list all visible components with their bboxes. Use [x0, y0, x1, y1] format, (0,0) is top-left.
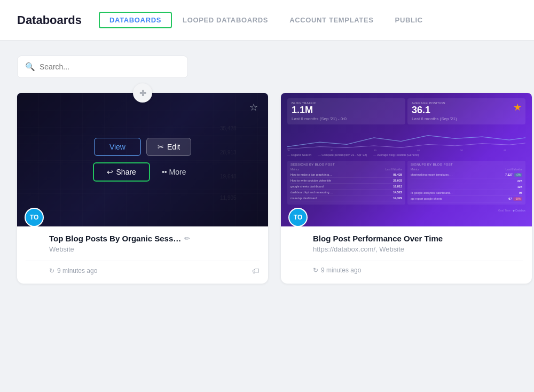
more-button[interactable]: •• More — [155, 162, 193, 182]
card-1-avatar: TO — [25, 208, 44, 226]
signups-label: SIGNUPS BY BLOG POST — [411, 163, 522, 166]
table-row: make kpi dashboard 14,329 — [290, 195, 402, 201]
overlay-share-row: ↩ Share •• More — [93, 162, 193, 182]
card-1-title: Top Blog Posts By Organic Sess… — [49, 234, 181, 243]
card-1-edit-pencil-icon[interactable]: ✏ — [184, 234, 190, 242]
table-row: /a google analytics dashboard helped 500… — [411, 190, 522, 196]
star-button-active[interactable]: ★ — [509, 99, 525, 115]
table-row: dashboard kpi and measuring performance … — [290, 190, 402, 195]
search-bar: 🔍 — [17, 56, 188, 78]
organic-search-legend: — Organic Search — [287, 153, 311, 156]
tag-icon[interactable]: 🏷 — [252, 266, 260, 275]
sessions-table: SESSIONS BY BLOG POST MetricsLast 6 Mont… — [287, 161, 405, 205]
card-1-footer: ↻ 9 minutes ago 🏷 — [26, 261, 260, 275]
card-1: ✛ 35,428 28,913 19,648 11,905 — [17, 93, 268, 284]
card-1-time: ↻ 9 minutes ago — [49, 267, 97, 275]
table-row: 128 — [411, 184, 522, 190]
viz-top-panels: BLOG TRAFFIC 1.1M Last 6 months (Sep '21… — [281, 93, 532, 127]
blog-traffic-value: 1.1M — [292, 105, 401, 116]
card-2: BLOG TRAFFIC 1.1M Last 6 months (Sep '21… — [281, 93, 532, 284]
card-1-title-row: Top Blog Posts By Organic Sess… ✏ — [26, 234, 260, 243]
edit-icon: ✂ — [158, 143, 164, 151]
card-1-overlay: View ✂ Edit ↩ Share •• More — [17, 93, 268, 226]
avg-pos-legend: — Average Blog Position (Generic) — [373, 153, 419, 156]
share-button[interactable]: ↩ Share — [93, 162, 150, 182]
card-1-body: Top Blog Posts By Organic Sess… ✏ Websit… — [17, 226, 268, 284]
view-button[interactable]: View — [94, 138, 141, 156]
avg-position-sublabel: Last 6 months (Sep '21) — [412, 116, 521, 121]
chart-legend: — Organic Search — Compare period (Nov '… — [281, 153, 532, 159]
svg-text:50: 50 — [460, 150, 463, 151]
card-2-time: ↻ 9 minutes ago — [313, 266, 361, 274]
blog-traffic-panel: BLOG TRAFFIC 1.1M Last 6 months (Sep '21… — [287, 98, 405, 124]
table-row: google sheets dashboard 16,813 — [290, 184, 402, 190]
table-row: 225 — [411, 178, 522, 184]
svg-text:30: 30 — [374, 150, 376, 151]
table-row: How to make a bar graph in google sheets… — [290, 172, 402, 178]
sessions-label: SESSIONS BY BLOG POST — [290, 163, 402, 166]
chart-lines: 10 20 30 40 50 60 — [281, 127, 532, 153]
signups-table: SIGNUPS BY BLOG POST MetricsLast 6 Month… — [407, 161, 525, 205]
card-2-avatar: TO — [288, 208, 308, 226]
header: Databoards DATABOARDS LOOPED DATABOARDS … — [0, 0, 534, 41]
svg-text:40: 40 — [417, 150, 420, 151]
data-tables: SESSIONS BY BLOG POST MetricsLast 6 Mont… — [281, 159, 532, 207]
avg-position-panel: AVERAGE POSITION 36.1 Last 6 months (Sep… — [407, 98, 525, 124]
card-2-subtitle: https://databox.com/, Website — [289, 245, 523, 253]
avg-position-value: 36.1 — [412, 105, 521, 116]
refresh-icon: ↻ — [49, 267, 54, 275]
card-2-title: Blog Post Performance Over Time — [313, 234, 443, 243]
card-2-thumbnail: BLOG TRAFFIC 1.1M Last 6 months (Sep '21… — [281, 93, 532, 226]
move-handle[interactable]: ✛ — [133, 83, 152, 103]
svg-text:20: 20 — [331, 150, 333, 151]
table-row: chartmaking report templates helped 1500… — [411, 172, 522, 178]
refresh-icon-2: ↻ — [313, 266, 318, 274]
tab-databoards[interactable]: DATABOARDS — [99, 12, 172, 28]
sessions-header: MetricsLast 6 Months — [290, 168, 402, 171]
table-row: How to write youtube video title 29,033 — [290, 178, 402, 184]
overlay-actions-row: View ✂ Edit — [94, 138, 191, 156]
svg-text:60: 60 — [504, 150, 506, 151]
table-row: api report google sheets 67 -18% — [411, 196, 522, 202]
app-title: Databoards — [17, 13, 82, 27]
star-button[interactable]: ☆ — [246, 99, 262, 115]
card-2-viz: BLOG TRAFFIC 1.1M Last 6 months (Sep '21… — [281, 93, 532, 226]
tab-account-templates[interactable]: ACCOUNT TEMPLATES — [279, 0, 384, 40]
nav-tabs: DATABOARDS LOOPED DATABOARDS ACCOUNT TEM… — [99, 0, 434, 40]
card-2-footer: ↻ 9 minutes ago — [289, 261, 523, 274]
svg-text:10: 10 — [287, 150, 290, 151]
card-1-thumbnail: 35,428 28,913 19,648 11,905 View ✂ Edit — [17, 93, 268, 226]
card-2-body: Blog Post Performance Over Time https://… — [281, 226, 532, 283]
search-icon: 🔍 — [25, 62, 35, 72]
card-2-footer-label: Goal Time · ◆ Databox — [281, 207, 532, 214]
tab-looped-databoards[interactable]: LOOPED DATABOARDS — [172, 0, 279, 40]
card-1-subtitle: Website — [26, 245, 260, 253]
search-input[interactable] — [40, 62, 180, 71]
main-content: 🔍 ✛ 35,428 28,913 19,648 11 — [0, 41, 534, 299]
compare-legend: — Compare period (Nov '21 - Apr '22) — [318, 153, 367, 156]
edit-button[interactable]: ✂ Edit — [146, 138, 191, 156]
share-arrow-icon: ↩ — [107, 168, 113, 176]
signups-header: MetricsLast 6 Months — [411, 168, 522, 171]
cards-grid: ✛ 35,428 28,913 19,648 11,905 — [17, 93, 517, 284]
blog-traffic-sublabel: Last 6 months (Sep '21) - 0:0 — [292, 116, 401, 121]
tab-public[interactable]: PUBLIC — [384, 0, 434, 40]
card-2-title-row: Blog Post Performance Over Time — [289, 234, 523, 243]
